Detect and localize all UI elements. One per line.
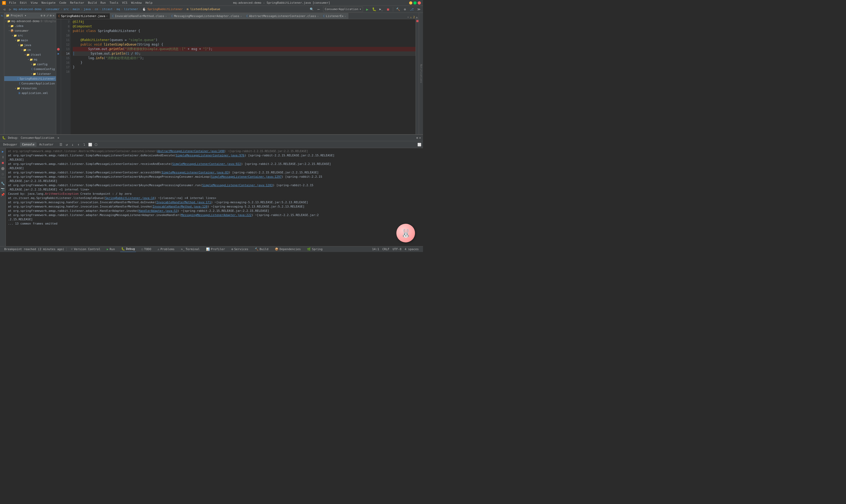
link-domreceive[interactable]: SimpleMessageListenerContainer.java:976: [176, 154, 244, 157]
notifications-label[interactable]: Notifications: [419, 62, 423, 85]
debug-step-over-btn[interactable]: ☰: [58, 142, 64, 147]
debug-panel-close-icon[interactable]: ✕: [419, 136, 421, 140]
git-button[interactable]: ⎇: [409, 7, 415, 12]
tree-item-java[interactable]: ▾ 📁 java: [4, 42, 56, 48]
menu-view[interactable]: View: [29, 1, 39, 5]
tree-item-itcast[interactable]: ▾ 📁 itcast: [4, 52, 56, 57]
bc-itcast[interactable]: itcast: [102, 7, 113, 11]
forward-button[interactable]: ▷: [7, 7, 13, 12]
link-abstractmessage[interactable]: AbstractMessageListenerContainer.java:14…: [157, 150, 225, 152]
project-settings-icon[interactable]: ⚙: [50, 14, 52, 17]
maximize-button[interactable]: [413, 1, 417, 4]
project-icon[interactable]: P: [0, 14, 4, 18]
coverage-button[interactable]: ▶̲: [378, 7, 384, 12]
code-area[interactable]: @Slf4j @Component public class SpringRab…: [71, 19, 416, 134]
debug-pause-btn[interactable]: ⏸: [1, 155, 5, 160]
bc-cn[interactable]: cn: [94, 7, 98, 11]
debug-button[interactable]: 🐛: [372, 7, 377, 12]
line-ending[interactable]: CRLF: [382, 248, 389, 251]
navigate-back-button[interactable]: ⟵: [316, 7, 321, 12]
tree-item-consumerapplication[interactable]: C ConsumerApplication: [4, 81, 56, 86]
debug-resume-btn[interactable]: ▶: [1, 149, 5, 154]
debug-evaluate-btn[interactable]: ⬜: [87, 142, 93, 147]
menu-vcs[interactable]: VCS: [121, 1, 129, 5]
bc-mq[interactable]: mq: [117, 7, 120, 11]
menu-bar[interactable]: File Edit View Navigate Code Refactor Bu…: [7, 1, 154, 5]
status-tab-build[interactable]: 🔨 Build: [254, 247, 269, 252]
debug-mute-breakpoints-btn[interactable]: ○: [1, 172, 5, 176]
tab-abstractmessagelistenercontainer[interactable]: C AbstractMessageListenerContainer.class…: [244, 13, 321, 19]
menu-file[interactable]: File: [7, 1, 18, 5]
debug-console-output[interactable]: at org.springframework.amqp.rabbit.liste…: [6, 148, 423, 246]
project-expand-icon[interactable]: ⤢: [47, 14, 49, 17]
debug-expand-icon[interactable]: ⬜: [417, 142, 422, 147]
bc-project[interactable]: mq-advanced-demo: [13, 7, 41, 11]
status-tab-versioncontrol[interactable]: ⑂ Version Control: [70, 247, 101, 252]
tab-console[interactable]: Console: [20, 142, 36, 147]
run-config-selector[interactable]: ConsumerApplication ▾: [323, 7, 363, 12]
status-tab-todo[interactable]: ☐ TODO: [140, 247, 152, 252]
status-tab-dependencies[interactable]: 📦 Dependencies: [274, 247, 302, 252]
bc-java[interactable]: java: [84, 7, 91, 11]
bc-module[interactable]: consumer: [46, 7, 60, 11]
tab-close-4[interactable]: ✕: [345, 15, 346, 18]
bc-listener[interactable]: listener: [124, 7, 138, 11]
tree-item-commonconfig[interactable]: C CommonConfig: [4, 67, 56, 71]
bc-main[interactable]: main: [73, 7, 80, 11]
tab-close-1[interactable]: ✕: [165, 15, 167, 18]
status-tab-problems[interactable]: ⚠ Problems: [157, 247, 176, 252]
encoding[interactable]: UTF-8: [393, 248, 401, 251]
scroll-up-icon[interactable]: ▲: [416, 15, 418, 19]
project-header-arrow[interactable]: ▾: [24, 14, 27, 17]
tab-actuator[interactable]: Actuator: [37, 142, 55, 147]
bc-class[interactable]: 🐇 SpringRabbitListener: [142, 7, 183, 11]
debug-get-thread-dump-btn[interactable]: 🔧: [1, 181, 5, 186]
tree-item-idea[interactable]: ▸ 📁 .idea: [4, 23, 56, 28]
tree-item-src[interactable]: ▾ 📁 src: [4, 33, 56, 38]
tab-invocablehandlermethod[interactable]: C InvocableHandlerMethod.class ✕: [110, 13, 169, 19]
tree-item-cn[interactable]: ▾ 📁 cn: [4, 48, 56, 52]
menu-navigate[interactable]: Navigate: [40, 1, 57, 5]
close-button[interactable]: [418, 1, 421, 4]
bc-src[interactable]: src: [64, 7, 69, 11]
status-tab-profiler[interactable]: 📊 Profiler: [205, 247, 226, 252]
link-mainloop[interactable]: SimpleMessageListenerContainer.java:1297: [211, 175, 282, 179]
back-button[interactable]: ◁: [2, 7, 7, 12]
tree-item-listener[interactable]: ▾ 📁 listener: [4, 71, 56, 76]
menu-code[interactable]: Code: [57, 1, 68, 5]
tree-item-consumer[interactable]: ▾ 📦 consumer: [4, 28, 56, 33]
menu-tools[interactable]: Tools: [108, 1, 120, 5]
tree-item-main[interactable]: ▾ 📁 main: [4, 38, 56, 42]
tabs-overflow-icon[interactable]: ▾: [407, 15, 409, 19]
debug-step-into-btn[interactable]: ↓: [70, 142, 75, 147]
search-everywhere-button[interactable]: 🔍: [309, 7, 315, 12]
menu-window[interactable]: Window: [129, 1, 143, 5]
menu-edit[interactable]: Edit: [18, 1, 29, 5]
menu-help[interactable]: Help: [144, 1, 154, 5]
status-tab-spring[interactable]: 🌿 Spring: [306, 247, 323, 252]
tab-close-springrabbitlistener[interactable]: ✕: [106, 15, 108, 17]
menu-run[interactable]: Run: [99, 1, 107, 5]
tab-listenerex[interactable]: C ListenerEx ✕: [321, 13, 349, 19]
tab-close-2[interactable]: ✕: [241, 15, 242, 18]
debug-settings-icon[interactable]: ⚙: [416, 136, 418, 140]
link-run1203[interactable]: SimpleMessageListenerContainer.java:1203: [202, 183, 273, 187]
debug-stop-side-btn[interactable]: ■: [1, 160, 5, 165]
stop-button[interactable]: ■: [385, 7, 391, 12]
minimize-button[interactable]: [409, 1, 412, 4]
settings-button[interactable]: ⚙: [402, 7, 407, 12]
bc-method[interactable]: m listenSimpleQueue: [187, 7, 220, 11]
link-doinvoke[interactable]: InvocableHandlerMethod.java:171: [156, 201, 211, 204]
tree-item-resources[interactable]: ▸ 📁 resources: [4, 86, 56, 91]
link-invoke120[interactable]: InvocableHandlerMethod.java:120: [153, 205, 207, 208]
tree-item-mq[interactable]: ▾ 📁 mq: [4, 57, 56, 62]
debug-view-breakpoints-btn[interactable]: ⬤: [1, 166, 5, 171]
menu-build[interactable]: Build: [86, 1, 98, 5]
debug-pin-btn[interactable]: 📌: [1, 192, 5, 197]
project-close-icon[interactable]: ✕: [53, 14, 54, 17]
indent-settings[interactable]: 4 spaces: [405, 248, 419, 251]
status-tab-run[interactable]: ▶ Run: [106, 247, 116, 252]
debug-step-out-btn[interactable]: ↑: [76, 142, 81, 147]
run-button[interactable]: ▶: [365, 7, 370, 12]
arithmetic-exception-link[interactable]: ArithmeticException: [45, 192, 78, 196]
